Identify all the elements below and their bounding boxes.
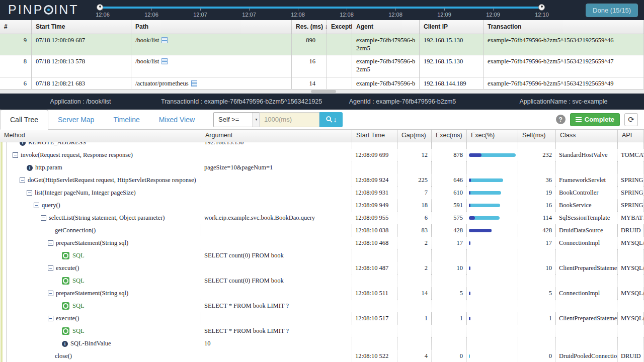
timeline-handle-left[interactable]: [97, 4, 103, 11]
class-cell: DruidDataSource: [556, 224, 618, 237]
txn-transaction-cell: example-76fb479596-b2zm5^1563421925659^4…: [484, 55, 644, 77]
collapse-icon[interactable]: [27, 190, 32, 196]
column-header[interactable]: Self(ms): [518, 130, 556, 142]
txn-agent-cell: example-76fb479596-b2zm5: [352, 55, 420, 77]
column-header[interactable]: Argument: [201, 130, 352, 142]
column-header[interactable]: Path: [131, 20, 292, 34]
column-header[interactable]: Res. (ms) ↓: [292, 20, 327, 34]
tab-server-map[interactable]: Server Map: [48, 110, 104, 130]
search-button[interactable]: ↓: [319, 112, 343, 127]
gap-cell: 2: [397, 262, 432, 275]
column-header[interactable]: Agent: [352, 20, 420, 34]
calltree-row[interactable]: SQLSELECT count(0) FROM book: [0, 249, 644, 262]
class-cell: [556, 161, 618, 174]
calltree-row[interactable]: SQLSELECT * FROM book LIMIT ?: [0, 300, 644, 312]
column-header[interactable]: #: [0, 20, 32, 34]
tab-mixed-view[interactable]: Mixed View: [149, 110, 204, 130]
table-row[interactable]: 807/18 12:08:13 578/book/list16example-7…: [0, 55, 644, 77]
complete-label: Complete: [585, 116, 614, 123]
exec-bar-self: [469, 178, 471, 182]
argument-cell: SELECT * FROM book LIMIT ?: [201, 300, 352, 312]
calltree-row[interactable]: list(Integer pageNum, Integer pageSize)1…: [0, 187, 644, 199]
calltree-row[interactable]: close()12:08:10 522400DruidPooledConnect…: [0, 350, 644, 362]
txn-exception-cell: [327, 77, 352, 89]
table-row[interactable]: 607/18 12:08:21 683/actuator/prometheus1…: [0, 77, 644, 89]
collapse-icon[interactable]: [48, 291, 53, 296]
path-detail-icon[interactable]: [162, 37, 168, 43]
collapse-icon[interactable]: [41, 215, 46, 221]
calltree-row[interactable]: SQL-BindValue10: [0, 337, 644, 350]
column-header[interactable]: Method: [0, 130, 201, 142]
collapse-icon[interactable]: [20, 177, 25, 183]
tab-call-tree[interactable]: Call Tree: [0, 110, 48, 130]
calltree-row[interactable]: execute()12:08:10 48721010ClientPrepared…: [0, 262, 644, 275]
filter-threshold-input[interactable]: [260, 112, 319, 127]
argument-cell: SELECT * FROM book LIMIT ?: [201, 325, 352, 337]
column-header[interactable]: Start Time: [32, 20, 131, 34]
exec-bar-self: [469, 241, 470, 245]
calltree-row[interactable]: SQLSELECT count(0) FROM book: [0, 275, 644, 287]
txn-client-ip-cell: 192.168.144.189: [420, 77, 484, 89]
column-header[interactable]: Exec(ms): [432, 130, 467, 142]
filter-type-select[interactable]: Self >= ▾: [213, 112, 260, 127]
logo-text-right: INT: [54, 3, 78, 17]
method-cell: SQL-BindValue: [0, 337, 201, 350]
table-row[interactable]: 907/18 12:08:09 687/book/list890example-…: [0, 34, 644, 55]
collapse-icon[interactable]: [13, 152, 18, 158]
column-header[interactable]: Exception: [327, 20, 352, 34]
calltree-row[interactable]: execute()12:08:10 517111ClientPreparedSt…: [0, 312, 644, 325]
filter-type-value: Self >=: [214, 116, 253, 123]
collapse-icon[interactable]: [34, 203, 39, 208]
start-time-cell: [352, 337, 397, 350]
method-cell: SQL: [0, 325, 201, 337]
timeline-tick: [200, 8, 201, 11]
method-cell: execute(): [0, 262, 201, 275]
calltree-row[interactable]: REMOTE_ADDRESS192.168.15.130: [0, 142, 644, 149]
gap-cell: [397, 275, 432, 287]
argument-cell: SELECT count(0) FROM book: [201, 275, 352, 287]
path-detail-icon[interactable]: [162, 58, 168, 64]
refresh-button[interactable]: ⟳: [624, 113, 638, 126]
column-header[interactable]: Class: [556, 130, 618, 142]
class-cell: ClientPreparedStatement: [556, 262, 618, 275]
column-header[interactable]: Client IP: [420, 20, 484, 34]
column-header[interactable]: API: [618, 130, 644, 142]
done-button[interactable]: Done (15/15): [586, 4, 638, 17]
complete-button[interactable]: Complete: [570, 113, 620, 126]
method-name: prepareStatement(String sql): [56, 290, 128, 297]
argument-cell: [201, 149, 352, 161]
column-header[interactable]: Exec(%): [467, 130, 518, 142]
calltree-row[interactable]: query()12:08:09 9491859116BookServiceSPR…: [0, 199, 644, 212]
horizontal-scrollbar[interactable]: [0, 89, 644, 94]
class-cell: DruidPooledConnection: [556, 350, 618, 362]
collapse-icon[interactable]: [48, 316, 53, 321]
calltree-row[interactable]: doGet(HttpServletRequest request, HttpSe…: [0, 174, 644, 187]
calltree-row[interactable]: http.parampageSize=10&pageNum=1: [0, 161, 644, 174]
help-icon[interactable]: ?: [556, 115, 566, 124]
calltree-row[interactable]: prepareStatement(String sql)12:08:10 468…: [0, 237, 644, 249]
path-detail-icon[interactable]: [191, 80, 197, 86]
exec-bar-self: [469, 153, 481, 157]
calltree-row[interactable]: invoke(Request request, Response respons…: [0, 149, 644, 161]
calltree-row[interactable]: getConnection()12:08:10 03883428428Druid…: [0, 224, 644, 237]
self-cell: [518, 300, 556, 312]
argument-cell: [201, 287, 352, 300]
timeline-handle-right[interactable]: [538, 4, 545, 11]
tab-timeline[interactable]: Timeline: [104, 110, 149, 130]
scrollbar-thumb[interactable]: [311, 90, 336, 93]
timeline-tick-label: 12:07: [189, 12, 211, 18]
calltree-row[interactable]: SQLSELECT * FROM book LIMIT ?: [0, 325, 644, 337]
collapse-icon[interactable]: [48, 240, 53, 246]
method-name: REMOTE_ADDRESS: [28, 142, 86, 146]
method-cell: SQL: [0, 275, 201, 287]
exec-bar-self: [469, 266, 470, 270]
start-time-cell: 12:08:10 468: [352, 237, 397, 249]
collapse-icon[interactable]: [48, 265, 53, 271]
column-header[interactable]: Gap(ms): [397, 130, 432, 142]
calltree-row[interactable]: selectList(String statement, Object para…: [0, 212, 644, 224]
calltree-row[interactable]: prepareStatement(String sql)12:08:10 511…: [0, 287, 644, 300]
column-header[interactable]: Start Time: [352, 130, 397, 142]
column-header[interactable]: Transaction: [484, 20, 644, 34]
timeline-track[interactable]: [99, 7, 543, 9]
txn-number-cell: 9: [0, 34, 32, 55]
